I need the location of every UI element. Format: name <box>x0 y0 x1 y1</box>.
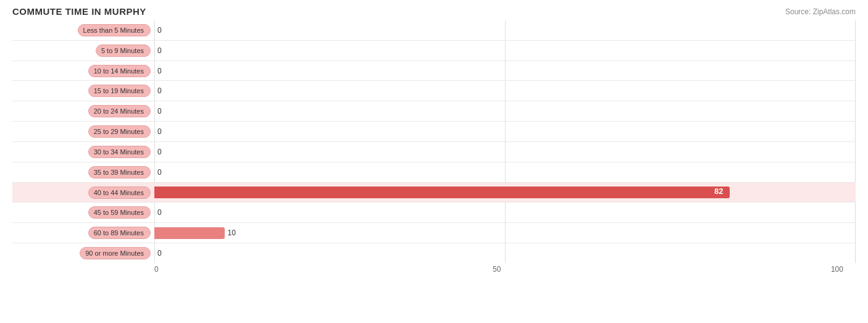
bar-value: 0 <box>157 208 162 217</box>
bar-label-container: Less than 5 Minutes <box>12 24 154 36</box>
bar-label-container: 35 to 39 Minutes <box>12 166 154 178</box>
bar-label-text: 5 to 9 Minutes <box>96 44 151 57</box>
bar-label-text: 35 to 39 Minutes <box>88 166 151 178</box>
bar-fill: 82 <box>154 187 730 198</box>
bar-label-text: 60 to 89 Minutes <box>88 227 151 239</box>
bar-value: 10 <box>228 229 236 237</box>
bar-row: 35 to 39 Minutes0 <box>12 162 856 183</box>
bar-label-text: 20 to 24 Minutes <box>88 105 151 117</box>
bar-label-container: 90 or more Minutes <box>12 247 154 259</box>
bar-track: 0 <box>154 146 856 157</box>
bar-value: 0 <box>157 168 162 177</box>
bar-track: 0 <box>154 24 856 36</box>
bar-track: 10 <box>154 227 856 239</box>
x-label-0: 0 <box>154 265 159 279</box>
bar-label-text: 40 to 44 Minutes <box>88 187 151 199</box>
bar-label-container: 60 to 89 Minutes <box>12 227 154 239</box>
bar-label-text: 25 to 29 Minutes <box>88 125 151 138</box>
bar-track: 0 <box>154 106 856 117</box>
bar-value: 0 <box>157 46 162 55</box>
bar-label-container: 45 to 59 Minutes <box>12 206 154 219</box>
bar-value: 0 <box>157 26 162 35</box>
chart-container: COMMUTE TIME IN MURPHY Source: ZipAtlas.… <box>0 0 868 323</box>
bar-row: 90 or more Minutes0 <box>12 243 856 263</box>
bar-value: 0 <box>157 127 162 136</box>
bar-value: 0 <box>157 67 162 75</box>
bar-track: 0 <box>154 85 856 97</box>
bar-row: 45 to 59 Minutes0 <box>12 203 856 223</box>
bar-row: 60 to 89 Minutes10 <box>12 223 856 243</box>
bar-label-container: 30 to 34 Minutes <box>12 146 154 158</box>
chart-area: Less than 5 Minutes05 to 9 Minutes010 to… <box>12 20 856 279</box>
bar-label-container: 25 to 29 Minutes <box>12 125 154 138</box>
bar-track: 82 <box>154 187 856 198</box>
bar-label-container: 15 to 19 Minutes <box>12 85 154 97</box>
bar-track: 0 <box>154 207 856 219</box>
bar-label-text: 10 to 14 Minutes <box>88 65 151 77</box>
bar-label-container: 40 to 44 Minutes <box>12 187 154 199</box>
bar-row: 20 to 24 Minutes0 <box>12 101 856 122</box>
bar-value: 0 <box>157 86 162 95</box>
bar-label-text: 90 or more Minutes <box>80 247 151 259</box>
bar-track: 0 <box>154 126 856 138</box>
bar-row: 10 to 14 Minutes0 <box>12 61 856 82</box>
bar-row: 40 to 44 Minutes82 <box>12 183 856 203</box>
bar-value: 0 <box>157 249 162 258</box>
bar-label-text: Less than 5 Minutes <box>78 24 151 36</box>
x-label-50: 50 <box>493 265 501 279</box>
bar-row: 25 to 29 Minutes0 <box>12 122 856 142</box>
bar-label-container: 20 to 24 Minutes <box>12 105 154 117</box>
bar-label-text: 45 to 59 Minutes <box>88 206 151 219</box>
bar-track: 0 <box>154 166 856 178</box>
bar-row: 5 to 9 Minutes0 <box>12 41 856 61</box>
bar-track: 0 <box>154 44 856 56</box>
bars-area: Less than 5 Minutes05 to 9 Minutes010 to… <box>12 20 856 263</box>
x-label-100: 100 <box>831 265 843 279</box>
bar-label-container: 10 to 14 Minutes <box>12 65 154 77</box>
source-text: Source: ZipAtlas.com <box>785 7 856 16</box>
bar-label-text: 30 to 34 Minutes <box>88 146 151 158</box>
bar-fill <box>154 227 225 239</box>
bar-track: 0 <box>154 247 856 259</box>
bar-value: 82 <box>714 187 723 196</box>
x-axis: 0 50 100 <box>154 265 856 279</box>
bar-row: 30 to 34 Minutes0 <box>12 142 856 162</box>
chart-title: COMMUTE TIME IN MURPHY <box>12 6 856 17</box>
bar-value: 0 <box>157 148 162 156</box>
bar-track: 0 <box>154 65 856 77</box>
bar-label-container: 5 to 9 Minutes <box>12 44 154 57</box>
bar-row: 15 to 19 Minutes0 <box>12 81 856 101</box>
bar-value: 0 <box>157 107 162 115</box>
bar-label-text: 15 to 19 Minutes <box>88 85 151 97</box>
bar-row: Less than 5 Minutes0 <box>12 20 856 41</box>
